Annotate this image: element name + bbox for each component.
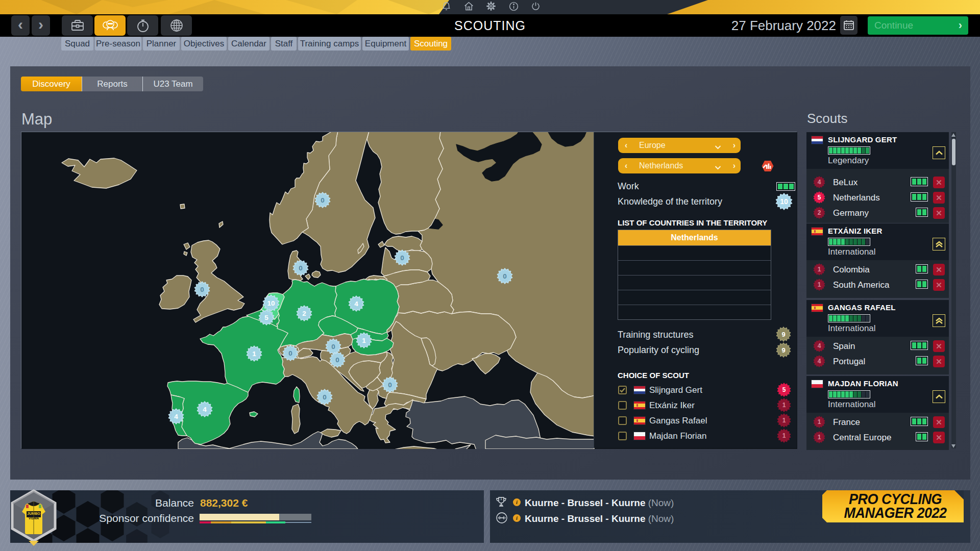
svg-text:5: 5: [264, 314, 268, 321]
svg-text:1: 1: [500, 497, 502, 500]
svg-text:0: 0: [323, 393, 327, 401]
svg-text:2: 2: [818, 209, 821, 216]
svg-text:1: 1: [362, 337, 366, 344]
svg-text:0: 0: [299, 264, 303, 272]
svg-text:0: 0: [321, 196, 325, 204]
svg-text:4: 4: [203, 406, 207, 413]
svg-text:4: 4: [354, 300, 358, 308]
svg-text:4: 4: [818, 342, 821, 349]
svg-text:0: 0: [335, 356, 339, 364]
svg-text:1: 1: [818, 266, 821, 273]
svg-text:1: 1: [782, 402, 786, 409]
svg-text:MANAGER 2022: MANAGER 2022: [844, 504, 947, 521]
svg-text:10: 10: [780, 197, 788, 206]
svg-text:0: 0: [388, 381, 392, 389]
svg-text:1: 1: [782, 432, 786, 439]
svg-text:4: 4: [818, 179, 821, 186]
svg-text:1: 1: [818, 281, 821, 288]
svg-text:2: 2: [302, 310, 306, 317]
svg-text:0: 0: [331, 343, 335, 350]
svg-text:1: 1: [782, 417, 786, 424]
svg-text:9: 9: [781, 346, 785, 354]
svg-text:1: 1: [818, 434, 821, 441]
svg-text:0: 0: [400, 254, 404, 262]
svg-text:9: 9: [781, 331, 785, 338]
svg-text:5: 5: [818, 194, 821, 201]
svg-text:1: 1: [252, 350, 256, 358]
svg-text:0: 0: [288, 349, 292, 357]
svg-text:5: 5: [782, 386, 786, 393]
svg-text:10: 10: [267, 299, 275, 307]
svg-text:4: 4: [818, 358, 821, 365]
svg-text:1: 1: [818, 418, 821, 425]
svg-text:4: 4: [174, 413, 178, 420]
svg-text:0: 0: [200, 286, 204, 293]
svg-text:0: 0: [503, 272, 507, 280]
